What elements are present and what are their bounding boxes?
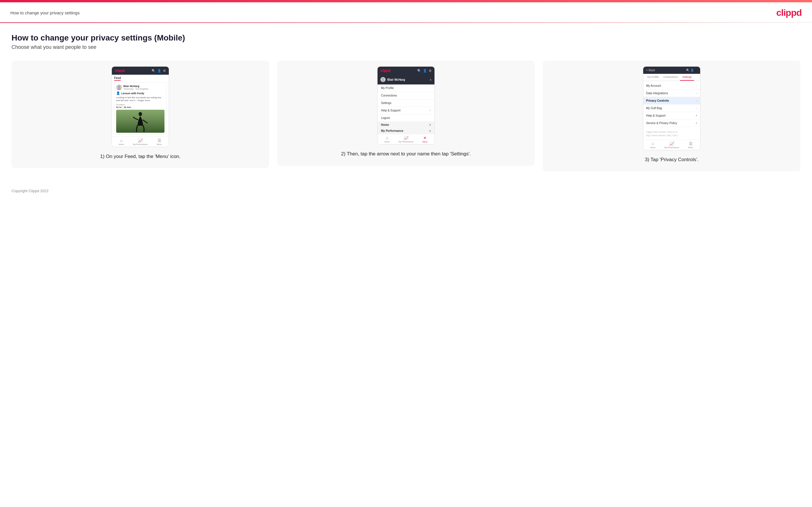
- help-support-label: Help & Support: [646, 114, 666, 117]
- post-lesson-row: 👤 Lesson with Fordy: [116, 91, 164, 95]
- menu-icon: ☰: [158, 138, 161, 143]
- version-info: Clippd Client Version: 2022.8.3-3 GQL Se…: [643, 128, 700, 139]
- page-subtitle: Choose what you want people to see: [11, 44, 801, 50]
- lesson-title: Lesson with Fordy: [121, 92, 144, 95]
- settings-my-account: My Account ›: [643, 82, 700, 90]
- phone-1-bottomnav: ⌂ Home 📈 My Performance ☰ Menu: [112, 136, 169, 147]
- home-section-label: Home: [381, 123, 389, 126]
- avatar: [116, 84, 122, 90]
- menu-username: Blair McHarg: [387, 78, 405, 81]
- menu-item-myprofile: My Profile: [377, 84, 435, 92]
- phone-2-icons: 🔍 👤 ⚙: [417, 69, 432, 73]
- step-3-label: 3) Tap 'Privacy Controls'.: [645, 156, 699, 163]
- step-1-label: 1) On your Feed, tap the 'Menu' icon.: [100, 153, 181, 160]
- back-button: < Back: [646, 69, 655, 72]
- nav2-performance: 📈 My Performance: [397, 135, 415, 143]
- service-ext-icon: ↗: [696, 122, 697, 124]
- settings-help-support: Help & Support ↗: [643, 112, 700, 119]
- performance-icon-2: 📈: [404, 135, 409, 140]
- settings-data-integrations: Data Integrations ›: [643, 90, 700, 97]
- phone-2-logo: clippd: [380, 69, 391, 73]
- tab-my-profile: My Profile: [645, 74, 661, 81]
- nav3-performance-label: My Performance: [664, 147, 679, 149]
- svg-point-3: [382, 78, 384, 80]
- phone-1-topbar: clippd 🔍 👤 ⚙: [112, 67, 169, 75]
- menu-avatar: [380, 77, 386, 82]
- settings-icon-2: ⚙: [429, 69, 432, 73]
- menu-item-logout: Logout: [377, 114, 435, 122]
- nav-menu: ☰ Menu: [150, 138, 169, 145]
- step-2-card: clippd 🔍 👤 ⚙ Blair McHarg: [277, 61, 535, 166]
- my-account-label: My Account: [646, 84, 661, 87]
- menu-user-row: Blair McHarg ∧: [377, 75, 435, 84]
- main-content: How to change your privacy settings (Mob…: [0, 23, 812, 183]
- step-1-phone: clippd 🔍 👤 ⚙ Feed: [111, 66, 169, 147]
- privacy-controls-label: Privacy Controls: [646, 99, 669, 102]
- menu-overlay: Blair McHarg ∧ My Profile Connections Se…: [377, 75, 435, 134]
- home-icon: ⌂: [120, 138, 122, 143]
- nav-performance-label: My Performance: [133, 143, 148, 145]
- data-integrations-label: Data Integrations: [646, 92, 668, 95]
- nav-home-label: Home: [119, 143, 124, 145]
- header: How to change your privacy settings clip…: [0, 2, 812, 22]
- nav2-menu-label: Menu: [422, 141, 427, 143]
- nav2-home-label: Home: [385, 141, 390, 143]
- menu-section-performance: My Performance ∨: [377, 128, 435, 134]
- settings-list: My Account › Data Integrations › Privacy…: [643, 81, 700, 128]
- search-icon: 🔍: [152, 69, 156, 73]
- menu-section-home: Home ∨: [377, 122, 435, 128]
- phone-2-topbar: clippd 🔍 👤 ⚙: [377, 67, 435, 75]
- phone-1-logo: clippd: [115, 69, 125, 73]
- menu-item-settings: Settings: [377, 99, 435, 107]
- home-chevron: ∨: [429, 123, 431, 126]
- step-3-card: < Back 🔍 👤 ⚙ My Profile Connections Sett…: [543, 61, 801, 171]
- my-account-chevron: ›: [697, 84, 697, 87]
- step-2-label: 2) Then, tap the arrow next to your name…: [341, 150, 471, 158]
- data-integrations-chevron: ›: [697, 92, 697, 95]
- profile-icon-3: 👤: [691, 69, 694, 72]
- post-description: Looking to feel like my hands are exitin…: [116, 96, 164, 102]
- settings-privacy-controls: Privacy Controls ›: [643, 97, 700, 105]
- back-arrow: <: [646, 69, 648, 72]
- menu-item-connections: Connections: [377, 92, 435, 99]
- menu-item-help: Help & Support ↗: [377, 107, 435, 114]
- settings-tabs: My Profile Connections Settings: [643, 74, 700, 81]
- post-image: [116, 110, 164, 133]
- nav3-performance: 📈 My Performance: [662, 141, 681, 149]
- help-ext-icon: ↗: [696, 115, 697, 117]
- author-location: Yesterday · Sunningdale: [123, 88, 148, 90]
- page-title: How to change your privacy settings (Mob…: [11, 33, 801, 43]
- phone-3-bottomnav: ⌂ Home 📈 My Performance ☰ Menu: [643, 139, 700, 150]
- my-golf-bag-chevron: ›: [697, 107, 697, 110]
- my-golf-bag-label: My Golf Bag: [646, 107, 662, 110]
- nav3-home: ⌂ Home: [643, 141, 662, 149]
- settings-my-golf-bag: My Golf Bag ›: [643, 105, 700, 112]
- step-2-phone: clippd 🔍 👤 ⚙ Blair McHarg: [377, 66, 435, 145]
- nav2-home: ⌂ Home: [377, 135, 397, 143]
- logout-label: Logout: [381, 116, 390, 119]
- feed-screen: Feed Blair McHarg Yesterday · Sunningdal…: [112, 75, 169, 136]
- feed-post: Blair McHarg Yesterday · Sunningdale 👤 L…: [114, 82, 166, 135]
- performance-icon-3: 📈: [669, 141, 674, 146]
- my-profile-label: My Profile: [381, 87, 394, 90]
- privacy-controls-chevron: ›: [697, 99, 697, 102]
- menu-items: My Profile Connections Settings Help & S…: [377, 84, 435, 134]
- profile-icon: 👤: [157, 69, 161, 73]
- duration-value: 01 hr : 30 min: [116, 106, 131, 109]
- menu-user-info: Blair McHarg: [380, 77, 405, 82]
- step-3-phone: < Back 🔍 👤 ⚙ My Profile Connections Sett…: [643, 66, 701, 150]
- logo: clippd: [776, 7, 802, 18]
- search-icon-3: 🔍: [686, 69, 690, 72]
- footer: Copyright Clippd 2022: [0, 183, 812, 202]
- svg-point-2: [139, 112, 142, 116]
- close-icon: ✕: [423, 135, 427, 140]
- steps-container: clippd 🔍 👤 ⚙ Feed: [11, 61, 801, 171]
- tab-connections: Connections: [661, 74, 680, 81]
- back-label: Back: [649, 69, 655, 72]
- help-label: Help & Support: [381, 109, 401, 112]
- settings-label: Settings: [381, 101, 391, 105]
- menu-chevron-up: ∧: [429, 78, 432, 81]
- settings-icon-3: ⚙: [695, 69, 697, 72]
- home-icon-3: ⌂: [652, 141, 654, 146]
- golfer-silhouette: [132, 111, 149, 133]
